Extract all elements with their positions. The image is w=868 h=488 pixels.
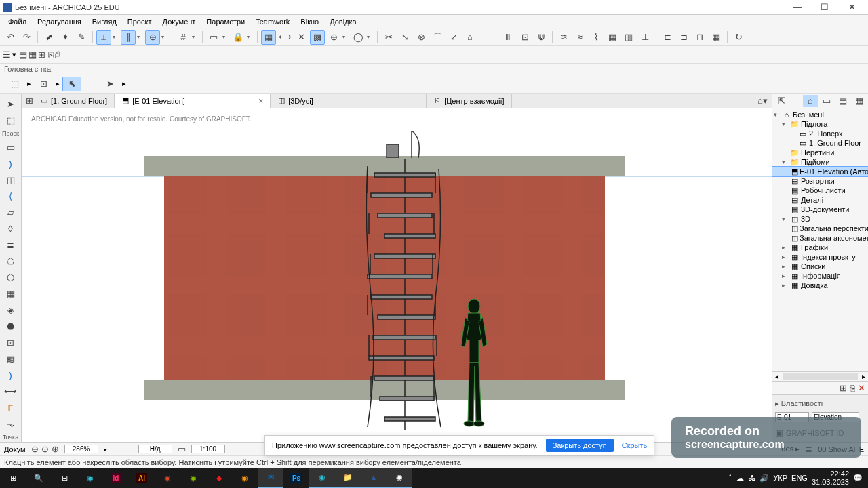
publisher-button[interactable]: ⎘ [48,49,54,60]
menu-edit[interactable]: Редагування [32,16,87,27]
tool-e-button[interactable]: ▥ [621,30,636,45]
tree-indexes[interactable]: ▸▦Індекси проєкту [772,252,868,262]
browser-icon[interactable]: ◉ [309,468,335,488]
delete-view-button[interactable]: ✕ [858,383,865,393]
menu-document[interactable]: Документ [157,16,201,27]
beam-tool[interactable]: ▱ [2,205,20,220]
home-button[interactable]: ⌂ [462,30,477,45]
tray-volume-icon[interactable]: 🔊 [760,474,769,483]
menu-file[interactable]: Файл [3,16,32,27]
duplicate-view-button[interactable]: ⎘ [850,383,855,393]
object-tool[interactable]: ⬣ [2,319,20,333]
stair-tool[interactable]: ≣ [2,237,20,252]
stop-sharing-button[interactable]: Закрыть доступ [546,439,614,452]
explorer-icon[interactable]: 📁 [335,468,361,488]
mode-cursor-button[interactable]: ➤ [100,77,119,92]
scale-label[interactable] [138,445,172,453]
zoom-in-button[interactable]: ⊕ [52,444,59,454]
tree-perspective[interactable]: ◫Загальна перспектив [772,224,868,233]
nav-tab-project[interactable]: ⌂ [803,95,818,107]
morph-tool[interactable]: ◈ [2,302,20,317]
tab-grid-icon[interactable]: ⊞ [26,96,33,106]
firefox-icon[interactable]: ◉ [232,468,258,488]
tree-elevations[interactable]: ▾📁Підйоми [772,157,868,167]
align-button[interactable]: ⊢ [485,30,500,45]
tray-chevron[interactable]: ˄ [728,474,732,483]
dimension-button[interactable]: ⟷ [277,30,292,45]
tree-elevation-e01[interactable]: ⬒E-01 Elevation (Автом [772,167,868,176]
spiral-stair[interactable] [361,159,449,430]
tree-stories[interactable]: ▾📁Підлога [772,119,868,129]
drawing-canvas[interactable]: ARCHICAD Education version, not for resa… [22,108,772,442]
mesh-tool[interactable]: ▩ [2,351,20,366]
tool-a-button[interactable]: ≋ [556,30,571,45]
maximize-button[interactable]: ☐ [811,1,838,14]
label-tool[interactable]: ⬎ [2,416,20,431]
globe-button[interactable]: ⊕ [326,30,341,45]
text-tool[interactable]: Г [2,400,20,415]
marquee-tool[interactable]: ⬚ [2,113,20,127]
app-green-icon[interactable]: ◉ [180,468,206,488]
tab-3d[interactable]: ◫ [3D/усі] [271,94,427,108]
favorites-button[interactable]: ☰ [3,49,11,60]
tab-close-button[interactable]: × [258,96,263,106]
search-button[interactable]: 🔍 [26,468,52,488]
zoom-extents-button[interactable]: ⊙ [41,444,49,454]
menu-project[interactable]: Проєкт [122,16,157,27]
tab-elevation[interactable]: ⬒ [E-01 Elevation] × [115,94,271,108]
undo-button[interactable]: ↶ [3,30,18,45]
guide-perp-button[interactable]: ⟂ [96,30,111,45]
distribute-button[interactable]: ⊪ [501,30,516,45]
menu-options[interactable]: Параметри [201,16,250,27]
tree-3ddocs[interactable]: ▤3D-документи [772,205,868,214]
tree-story-1[interactable]: ▭1. Ground Floor [772,138,868,148]
intersect-button[interactable]: ⊗ [414,30,429,45]
tree-worksheets[interactable]: ▤Робочі листи [772,186,868,195]
tool-b-button[interactable]: ≈ [572,30,587,45]
tray-network-icon[interactable]: 🖧 [748,474,755,482]
mail-icon[interactable]: ✉ [258,468,283,488]
tray-lang2[interactable]: ENG [791,474,808,482]
task-view-button[interactable]: ⊟ [52,468,77,488]
marker-button[interactable]: ✕ [294,30,309,45]
tool-i-button[interactable]: ⊓ [692,30,707,45]
hide-notification-button[interactable]: Скрыть [622,441,648,449]
tree-info[interactable]: ▸▦Інформація [772,271,868,281]
tab-collab[interactable]: ⚐ [Центр взаємодії] [427,94,512,108]
menu-help[interactable]: Довідка [324,16,362,27]
split-button[interactable]: ✂ [381,30,396,45]
tool-j-button[interactable]: ▦ [709,30,724,45]
tool-f-button[interactable]: ⊥ [637,30,652,45]
adjust-button[interactable]: ⤡ [397,30,412,45]
menu-view[interactable]: Вигляд [87,16,122,27]
tree-3d[interactable]: ▾◫3D [772,214,868,224]
slab-tool[interactable]: ◊ [2,221,20,236]
circle-button[interactable]: ◯ [351,30,366,45]
tree-details[interactable]: ▤Деталі [772,195,868,205]
illustrator-icon[interactable]: Ai [129,468,155,488]
human-figure[interactable] [456,298,493,427]
organizer-button[interactable]: ▦ [28,49,37,60]
offset-button[interactable]: ⋓ [534,30,549,45]
navigator-button[interactable]: ▤ [19,49,27,60]
layer-button[interactable]: ▭ [206,30,221,45]
zone-tool[interactable]: ⊡ [2,335,20,350]
lock-button[interactable]: 🔒 [231,30,245,45]
tray-lang1[interactable]: УКР [773,474,787,482]
roof-tool[interactable]: ⬠ [2,253,20,268]
trace-button[interactable]: ▦ [261,30,276,45]
resize-button[interactable]: ⤢ [446,30,461,45]
mode-arrow-button[interactable]: ⬉ [62,77,81,92]
minimize-button[interactable]: — [784,1,811,14]
archicad-task-icon[interactable]: ▲ [361,468,387,488]
scale-value[interactable] [191,445,225,453]
column-tool[interactable]: ⟨ [2,188,20,203]
nav-tab-view[interactable]: ▭ [819,95,834,107]
zoom-out-button[interactable]: ⊖ [31,444,39,454]
measure-button[interactable]: ✎ [74,30,89,45]
guide-parallel-button[interactable]: ∥ [121,30,136,45]
guide-snap-button[interactable]: ⊕ [145,30,160,45]
mode-construction-button[interactable]: ⊡ [34,77,53,92]
mode-geometry-button[interactable]: ⬚ [5,77,24,92]
indesign-icon[interactable]: Id [103,468,129,488]
